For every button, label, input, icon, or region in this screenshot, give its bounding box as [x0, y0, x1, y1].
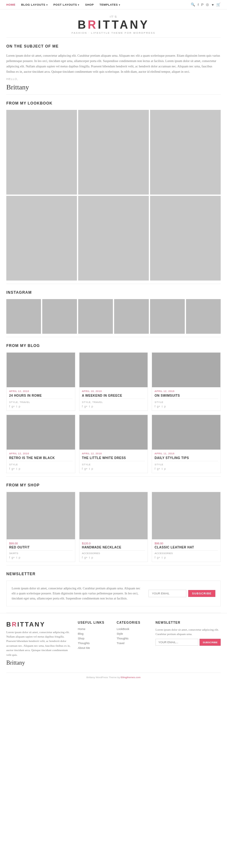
- facebook-icon[interactable]: f: [154, 405, 155, 408]
- list-item[interactable]: [150, 299, 185, 334]
- pinterest-icon[interactable]: p: [19, 405, 20, 408]
- instagram-image-5: [150, 299, 185, 334]
- twitter-icon[interactable]: t: [162, 556, 163, 559]
- list-item[interactable]: [114, 299, 149, 334]
- list-item[interactable]: [6, 299, 41, 334]
- google-plus-icon[interactable]: g+: [84, 467, 87, 470]
- list-item[interactable]: [150, 110, 221, 194]
- twitter-icon[interactable]: t: [17, 467, 17, 470]
- facebook-icon[interactable]: f: [9, 556, 10, 559]
- facebook-icon[interactable]: f: [82, 556, 83, 559]
- footer-cat-lookbook[interactable]: LookBook: [117, 627, 149, 631]
- newsletter-email-input[interactable]: [148, 590, 186, 597]
- twitter-icon[interactable]: t: [89, 405, 90, 408]
- blog-post-6[interactable]: APRIL 11, 2016 DAILY STYLING TIPS STYLE …: [152, 415, 221, 473]
- blog-image-5: [80, 415, 148, 450]
- google-plus-icon[interactable]: g+: [12, 405, 15, 408]
- search-icon[interactable]: 🔍: [191, 2, 195, 7]
- facebook-icon[interactable]: f: [9, 467, 10, 470]
- google-plus-icon[interactable]: g+: [84, 556, 87, 559]
- google-plus-icon[interactable]: g+: [12, 556, 15, 559]
- newsletter-section: NEWSLETTER Lorem ipsum dolor sit amet, c…: [0, 565, 227, 613]
- facebook-icon[interactable]: f: [154, 556, 155, 559]
- pinterest-icon[interactable]: p: [19, 556, 20, 559]
- list-item[interactable]: [78, 110, 149, 194]
- twitter-icon[interactable]: t: [17, 556, 17, 559]
- blog-post-title-4: RETRO IS THE NEW BLACK: [9, 456, 73, 460]
- twitter-icon[interactable]: t: [162, 467, 163, 470]
- heart-icon[interactable]: ♥: [211, 3, 214, 7]
- blog-body-6: APRIL 11, 2016 DAILY STYLING TIPS STYLE …: [152, 450, 220, 473]
- shop-price-2: $120.0: [82, 542, 145, 545]
- google-plus-icon[interactable]: g+: [157, 556, 160, 559]
- footer-subscribe-button[interactable]: SUBSCRIBE: [200, 639, 221, 646]
- newsletter-subscribe-button[interactable]: SUBSCRIBE: [188, 590, 215, 597]
- pinterest-icon[interactable]: p: [164, 467, 166, 470]
- pinterest-icon[interactable]: P: [201, 3, 203, 7]
- footer-link-shop[interactable]: Shop: [78, 637, 110, 640]
- blog-post-5[interactable]: APRIL 12, 2016 THE LITTLE WHITE DRESS ST…: [79, 415, 148, 473]
- shop-product-1[interactable]: $99.00 RED OUTFIT SKIRTS f g+ t p: [6, 492, 75, 562]
- twitter-icon[interactable]: t: [89, 556, 90, 559]
- facebook-icon[interactable]: f: [198, 3, 199, 7]
- google-plus-icon[interactable]: g+: [12, 467, 15, 470]
- blog-post-1[interactable]: APRIL 12, 2016 24 HOURS IN ROME STYLE, T…: [6, 352, 75, 411]
- instagram-icon[interactable]: ◎: [206, 2, 209, 7]
- facebook-icon[interactable]: f: [82, 405, 83, 408]
- nav-item-templates[interactable]: TEMPLATES ▾: [99, 3, 120, 6]
- nav-item-blog-layouts[interactable]: BLOG LAYOUTS ▾: [21, 3, 48, 6]
- cart-icon[interactable]: 🛒: [216, 2, 221, 7]
- google-plus-icon[interactable]: g+: [84, 405, 87, 408]
- pinterest-icon[interactable]: p: [91, 405, 93, 408]
- blog-category-3: STYLE: [154, 401, 218, 404]
- lookbook-title: FROM MY LOOKBOOK: [6, 101, 221, 105]
- google-plus-icon[interactable]: g+: [157, 405, 160, 408]
- twitter-icon[interactable]: t: [17, 405, 17, 408]
- list-item[interactable]: [150, 196, 221, 281]
- blog-post-3[interactable]: APRIL 12, 2016 ON SWIMSUITS STYLE f g+ t…: [152, 352, 221, 411]
- footer-email-input[interactable]: [155, 639, 198, 646]
- blog-date-4: APRIL 12, 2016: [9, 452, 73, 455]
- blog-date-2: APRIL 10, 2016: [82, 390, 145, 393]
- list-item[interactable]: [78, 299, 113, 334]
- footer-cat-travel[interactable]: Travel: [117, 642, 149, 645]
- nav-item-shop[interactable]: SHOP: [85, 3, 94, 6]
- list-item[interactable]: [186, 299, 221, 334]
- pinterest-icon[interactable]: p: [164, 556, 166, 559]
- shop-social-1: f g+ t p: [9, 556, 73, 559]
- shop-product-3[interactable]: $98.00 CLASSIC LEATHER HAT ACCESSORIES f…: [152, 492, 221, 562]
- list-item[interactable]: [6, 196, 77, 281]
- facebook-icon[interactable]: f: [82, 467, 83, 470]
- blog-post-4[interactable]: APRIL 12, 2016 RETRO IS THE NEW BLACK ST…: [6, 415, 75, 473]
- blog-image-2: [80, 352, 148, 387]
- footer-cat-thoughts[interactable]: Thoughts: [117, 637, 149, 640]
- list-item[interactable]: [78, 196, 149, 281]
- shop-image-1: [7, 492, 75, 539]
- facebook-icon[interactable]: f: [154, 467, 155, 470]
- footer-link-about[interactable]: About Me: [78, 646, 110, 650]
- navigation: HOME BLOG LAYOUTS ▾ POST LAYOUTS ▾ SHOP …: [0, 0, 227, 9]
- twitter-icon[interactable]: t: [162, 405, 163, 408]
- facebook-icon[interactable]: f: [9, 405, 10, 408]
- blog-date-5: APRIL 12, 2016: [82, 452, 145, 455]
- footer-top: BRITTANY Lorem ipsum dolor sit amet, con…: [6, 621, 221, 666]
- twitter-icon[interactable]: t: [89, 467, 90, 470]
- pinterest-icon[interactable]: p: [91, 467, 93, 470]
- google-plus-icon[interactable]: g+: [157, 467, 160, 470]
- footer-link-blog[interactable]: Blog: [78, 632, 110, 636]
- shop-product-2[interactable]: $120.0 HANDMADE NECKLACE ACCESSORIES f g…: [79, 492, 148, 562]
- lookbook-grid: [6, 110, 221, 281]
- shop-social-3: f g+ t p: [154, 556, 218, 559]
- pinterest-icon[interactable]: p: [91, 556, 93, 559]
- nav-item-home[interactable]: HOME: [6, 3, 16, 6]
- footer-cat-style[interactable]: Style: [117, 632, 149, 636]
- footer-bottom-link[interactable]: Ellingthemes.com: [121, 676, 141, 679]
- pinterest-icon[interactable]: p: [19, 467, 20, 470]
- footer-link-thoughts[interactable]: Thoughts: [78, 642, 110, 645]
- pinterest-icon[interactable]: p: [164, 405, 166, 408]
- nav-item-post-layouts[interactable]: POST LAYOUTS ▾: [53, 3, 80, 6]
- footer-link-home[interactable]: Home: [78, 627, 110, 631]
- list-item[interactable]: [42, 299, 77, 334]
- list-item[interactable]: [6, 110, 77, 194]
- blog-post-2[interactable]: APRIL 10, 2016 A WEEKEND IN GREECE STYLE…: [79, 352, 148, 411]
